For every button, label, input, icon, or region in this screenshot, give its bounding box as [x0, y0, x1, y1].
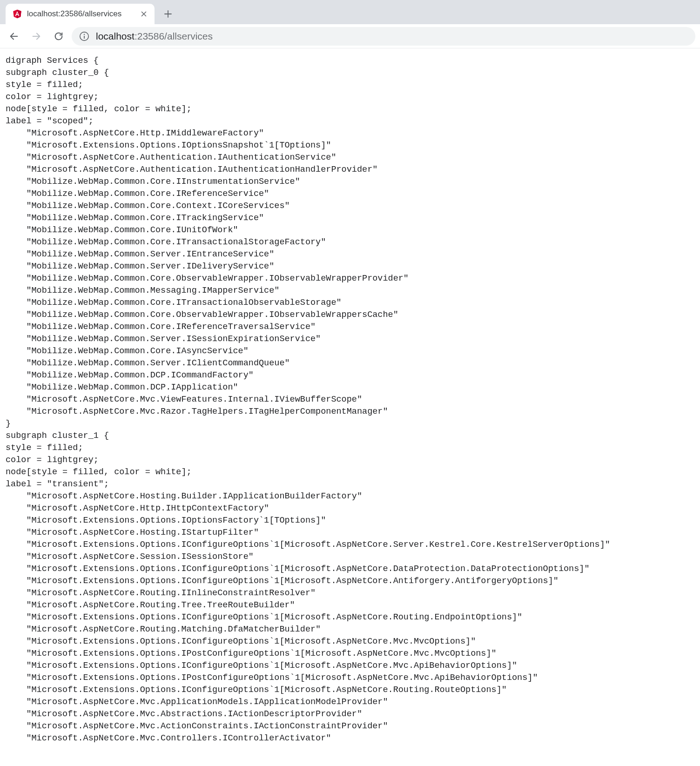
site-info-icon[interactable]	[79, 31, 89, 41]
angular-favicon-icon	[12, 9, 22, 19]
close-tab-button[interactable]	[140, 10, 148, 18]
tab-strip: localhost:23586/allservices	[0, 0, 700, 24]
back-button[interactable]	[5, 27, 23, 46]
url-host: localhost	[96, 31, 135, 41]
close-icon	[141, 11, 147, 17]
url-display: localhost:23586/allservices	[96, 31, 213, 42]
tab-title: localhost:23586/allservices	[27, 9, 135, 19]
arrow-right-icon	[31, 31, 41, 41]
arrow-left-icon	[9, 31, 19, 41]
reload-icon	[54, 31, 64, 41]
svg-rect-2	[84, 35, 85, 38]
new-tab-button[interactable]	[159, 5, 177, 23]
address-bar[interactable]: localhost:23586/allservices	[72, 27, 695, 46]
forward-button[interactable]	[27, 27, 46, 46]
page-body-text: digraph Services { subgraph cluster_0 { …	[0, 48, 700, 751]
reload-button[interactable]	[49, 27, 68, 46]
browser-toolbar: localhost:23586/allservices	[0, 24, 700, 48]
plus-icon	[164, 10, 172, 18]
browser-tab[interactable]: localhost:23586/allservices	[6, 4, 155, 24]
url-path: :23586/allservices	[135, 31, 213, 41]
svg-point-1	[84, 34, 85, 34]
